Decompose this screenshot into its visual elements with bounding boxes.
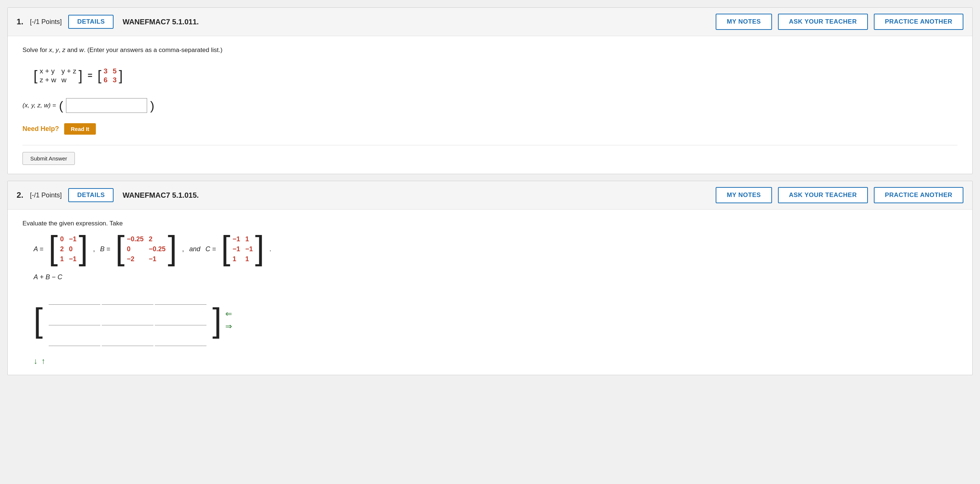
matrix-a-label: A =	[33, 245, 43, 253]
question-2-code: WANEFMAC7 5.1.015.	[123, 191, 199, 200]
question-1-actions: MY NOTES ASK YOUR TEACHER PRACTICE ANOTH…	[716, 14, 963, 30]
row-right-arrow[interactable]: ⇒	[225, 322, 232, 331]
b-r1c2: 2	[149, 236, 166, 243]
bracket-left-c: [	[221, 234, 231, 264]
b-r2c1: 0	[127, 245, 144, 253]
submit-answer-button[interactable]: Submit Answer	[22, 152, 75, 165]
lhs-r1c1: x + y	[40, 67, 56, 75]
matrix-a: [ 0 −1 2 0 1 −1 ]	[49, 234, 88, 264]
question-2-ask-teacher-button[interactable]: ASK YOUR TEACHER	[778, 187, 868, 203]
matrices-definition-row: A = [ 0 −1 2 0 1 −1 ] , B =	[33, 234, 958, 264]
c-r2c2: −1	[245, 245, 253, 253]
close-paren: )	[150, 99, 154, 112]
question-2-practice-another-button[interactable]: PRACTICE ANOTHER	[874, 187, 963, 203]
rhs-r2c2: 3	[113, 76, 117, 84]
ans-r2c3[interactable]	[155, 310, 207, 325]
question-2-body: Evaluate the given expression. Take A = …	[8, 210, 972, 375]
question-1-ask-teacher-button[interactable]: ASK YOUR TEACHER	[778, 14, 868, 30]
answer-bracket-left: [	[33, 306, 43, 334]
equals-sign: =	[88, 71, 92, 80]
matrix-b: [ −0.25 2 0 −0.25 −2 −1 ]	[115, 234, 177, 264]
a-r2c1: 2	[60, 245, 64, 253]
ans-r3c1[interactable]	[49, 331, 100, 346]
a-r1c2: −1	[69, 236, 77, 243]
answer-input-field[interactable]	[66, 98, 147, 113]
c-r1c1: −1	[233, 236, 240, 243]
ans-r1c2[interactable]	[102, 290, 153, 305]
question-2-details-button[interactable]: DETAILS	[68, 188, 113, 202]
question-1-practice-another-button[interactable]: PRACTICE ANOTHER	[874, 14, 963, 30]
question-1-header: 1. [-/1 Points] DETAILS WANEFMAC7 5.1.01…	[8, 8, 972, 36]
question-2-actions: MY NOTES ASK YOUR TEACHER PRACTICE ANOTH…	[716, 187, 963, 203]
answer-matrix-wrap: [ ] ⇐ ⇒	[33, 288, 958, 353]
question-1-matrix-equation: x + y y + z z + w w = 3 5 6 3	[33, 66, 123, 86]
and-text: and	[189, 245, 200, 253]
rhs-r1c2: 5	[113, 67, 117, 75]
question-2-number: 2.	[17, 190, 23, 200]
comma-after-b: ,	[182, 245, 184, 253]
question-2-problem-text: Evaluate the given expression. Take	[22, 220, 958, 227]
comma-after-a: ,	[93, 245, 95, 253]
col-down-arrow[interactable]: ↓	[33, 357, 38, 366]
question-1-problem-text: Solve for x, y, z and w. (Enter your ans…	[22, 46, 958, 54]
bracket-right-lhs	[78, 66, 83, 86]
matrix-lhs-cells: x + y y + z z + w w	[38, 66, 79, 86]
question-1-block: 1. [-/1 Points] DETAILS WANEFMAC7 5.1.01…	[7, 7, 973, 174]
read-it-button[interactable]: Read It	[64, 123, 96, 135]
matrix-rhs-cells: 3 5 6 3	[102, 66, 119, 86]
row-arrow-col: ⇐ ⇒	[225, 309, 232, 331]
a-r3c2: −1	[69, 255, 77, 263]
question-1-my-notes-button[interactable]: MY NOTES	[716, 14, 772, 30]
updown-arrows: ↓ ↑	[33, 357, 958, 366]
bracket-left-a: [	[49, 234, 58, 264]
bracket-right-b: ]	[168, 234, 177, 264]
answer-bracket-right: ]	[212, 306, 221, 334]
lhs-r2c1: z + w	[40, 76, 56, 84]
lhs-r1c2: y + z	[61, 67, 76, 75]
a-r2c2: 0	[69, 245, 77, 253]
a-r1c1: 0	[60, 236, 64, 243]
b-r3c1: −2	[127, 255, 144, 263]
matrix-c-label: C =	[205, 245, 216, 253]
question-2-my-notes-button[interactable]: MY NOTES	[716, 187, 772, 203]
bracket-right-c: ]	[255, 234, 264, 264]
bracket-left-b: [	[115, 234, 125, 264]
need-help-label: Need Help?	[22, 125, 59, 133]
bracket-left-rhs	[98, 66, 102, 86]
col-up-arrow[interactable]: ↑	[41, 357, 45, 366]
matrix-lhs: x + y y + z z + w w	[33, 66, 83, 86]
ans-r2c1[interactable]	[49, 310, 100, 325]
ans-r3c3[interactable]	[155, 331, 207, 346]
lhs-r2c2: w	[61, 76, 76, 84]
ans-r3c2[interactable]	[102, 331, 153, 346]
bracket-right-rhs	[119, 66, 123, 86]
matrix-rhs: 3 5 6 3	[98, 66, 123, 86]
matrix-b-label: B =	[100, 245, 110, 253]
matrix-a-cells: 0 −1 2 0 1 −1	[58, 234, 79, 264]
page: 1. [-/1 Points] DETAILS WANEFMAC7 5.1.01…	[0, 0, 980, 484]
question-1-body: Solve for x, y, z and w. (Enter your ans…	[8, 36, 972, 174]
c-r1c2: 1	[245, 236, 253, 243]
answer-label: (x, y, z, w) =	[22, 102, 56, 109]
c-r2c1: −1	[233, 245, 240, 253]
matrix-b-cells: −0.25 2 0 −0.25 −2 −1	[125, 234, 168, 264]
matrix-c-cells: −1 1 −1 −1 1 1	[231, 234, 255, 264]
row-left-arrow[interactable]: ⇐	[225, 309, 232, 319]
rhs-r2c1: 6	[103, 76, 108, 84]
question-2-points: [-/1 Points]	[30, 191, 62, 199]
question-1-details-button[interactable]: DETAILS	[68, 15, 113, 29]
question-2-header: 2. [-/1 Points] DETAILS WANEFMAC7 5.1.01…	[8, 181, 972, 210]
answer-matrix-cells	[46, 288, 209, 353]
ans-r1c3[interactable]	[155, 290, 207, 305]
bracket-right-a: ]	[78, 234, 88, 264]
b-r3c2: −1	[149, 255, 166, 263]
question-1-points: [-/1 Points]	[30, 18, 62, 26]
question-1-number: 1.	[17, 17, 23, 27]
ans-r1c1[interactable]	[49, 290, 100, 305]
question-1-code: WANEFMAC7 5.1.011.	[123, 18, 199, 26]
a-r3c1: 1	[60, 255, 64, 263]
ans-r2c2[interactable]	[102, 310, 153, 325]
period-after-c: .	[269, 245, 271, 253]
expression-line: A + B − C	[33, 273, 958, 281]
question-2-block: 2. [-/1 Points] DETAILS WANEFMAC7 5.1.01…	[7, 181, 973, 375]
